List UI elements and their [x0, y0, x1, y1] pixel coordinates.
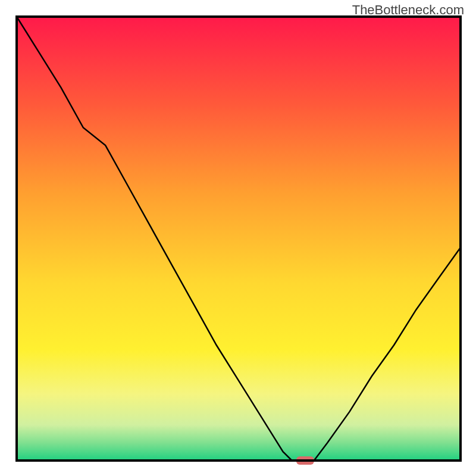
plot-background — [17, 17, 461, 461]
watermark-text: TheBottleneck.com — [352, 2, 464, 18]
bottleneck-chart — [0, 0, 476, 476]
